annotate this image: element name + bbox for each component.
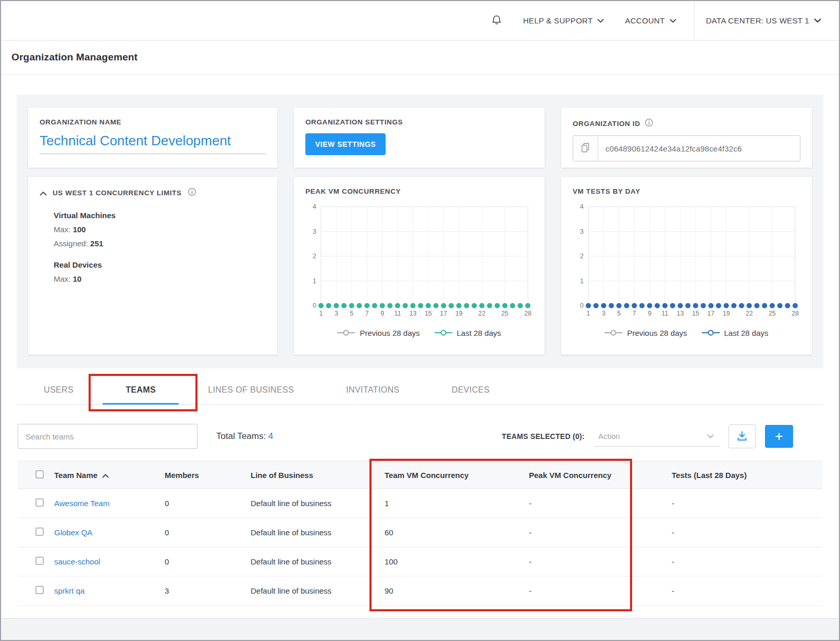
add-team-button[interactable]: + — [765, 425, 793, 448]
svg-text:5: 5 — [350, 310, 353, 317]
line-of-business-cell: Default line of business — [251, 586, 385, 595]
last-series-marker-icon — [702, 329, 720, 337]
tab-users[interactable]: USERS — [18, 375, 100, 404]
legend-item-previous[interactable]: Previous 28 days — [604, 329, 687, 337]
search-teams-input[interactable] — [18, 424, 197, 449]
team-vm-concurrency-cell: 90 — [385, 586, 529, 595]
copy-button[interactable] — [573, 136, 598, 161]
legend-item-last[interactable]: Last 28 days — [435, 329, 501, 337]
tab-users-label: USERS — [44, 385, 73, 395]
download-teams-button[interactable] — [728, 424, 756, 448]
svg-text:15: 15 — [692, 310, 699, 317]
peak-vm-concurrency-cell: - — [529, 557, 672, 566]
peak-vm-concurrency-title: PEAK VM CONCURRENCY — [305, 187, 533, 195]
table-header-row: Team Name Members Line of Business Team … — [18, 461, 822, 489]
svg-text:9: 9 — [648, 310, 651, 317]
total-teams-label: Total Teams: — [216, 431, 266, 441]
organization-id-label: ORGANIZATION ID — [573, 120, 640, 128]
header-team-vm-concurrency[interactable]: Team VM Concurrency — [385, 471, 529, 480]
info-icon[interactable] — [188, 187, 196, 198]
table-row: Globex QA 0 Default line of business 60 … — [18, 518, 822, 547]
team-name-link[interactable]: Globex QA — [54, 528, 92, 537]
line-of-business-cell: Default line of business — [251, 557, 385, 566]
svg-text:13: 13 — [409, 310, 416, 317]
svg-text:4: 4 — [580, 203, 584, 210]
chevron-down-icon — [597, 16, 604, 25]
tests-cell: - — [672, 557, 822, 566]
members-cell: 3 — [165, 586, 251, 595]
notifications-bell-button[interactable] — [491, 14, 502, 28]
svg-text:4: 4 — [313, 203, 316, 210]
team-name-link[interactable]: Awesome Team — [54, 499, 109, 508]
download-icon — [736, 430, 748, 443]
svg-text:2: 2 — [580, 253, 584, 260]
tab-bar: USERS TEAMS LINES OF BUSINESS INVITATION… — [18, 375, 822, 405]
select-all-checkbox[interactable] — [35, 470, 44, 479]
chevron-down-icon — [707, 432, 714, 441]
tab-devices[interactable]: DEVICES — [426, 375, 516, 404]
table-row: Awesome Team 0 Default line of business … — [18, 489, 822, 518]
legend-item-last[interactable]: Last 28 days — [702, 329, 769, 337]
topbar: HELP & SUPPORT ACCOUNT DATA CENTER: US W… — [1, 1, 839, 41]
datacenter-menu[interactable]: DATA CENTER: US WEST 1 — [695, 1, 821, 40]
bell-icon — [491, 14, 502, 28]
line-of-business-cell: Default line of business — [251, 528, 385, 537]
organization-id-value[interactable]: c064890612424e34a12fca98ce4f32c6 — [598, 144, 742, 153]
concurrency-limits-card: US WEST 1 CONCURRENCY LIMITS Virtual Mac… — [28, 177, 277, 355]
info-icon[interactable] — [645, 118, 653, 129]
svg-text:19: 19 — [723, 310, 730, 317]
svg-text:9: 9 — [380, 310, 384, 317]
row-checkbox[interactable] — [35, 498, 44, 507]
svg-text:3: 3 — [313, 228, 316, 235]
account-menu[interactable]: ACCOUNT — [625, 1, 676, 40]
datacenter-label: DATA CENTER: US WEST 1 — [706, 16, 809, 25]
collapse-chevron-up-icon[interactable] — [40, 188, 47, 198]
svg-text:28: 28 — [524, 310, 532, 317]
action-dropdown[interactable]: Action — [594, 426, 719, 447]
view-settings-button[interactable]: VIEW SETTINGS — [305, 133, 386, 155]
header-tests-last-28-days[interactable]: Tests (Last 28 Days) — [672, 471, 822, 480]
tab-teams-label: TEAMS — [126, 385, 156, 395]
account-label: ACCOUNT — [625, 16, 664, 25]
svg-text:0: 0 — [313, 302, 316, 309]
organization-name-value[interactable]: Technical Content Development — [40, 133, 266, 154]
teams-selected-label: TEAMS SELECTED (0): — [502, 432, 585, 441]
svg-text:11: 11 — [662, 310, 669, 317]
legend-label: Last 28 days — [724, 329, 769, 337]
legend-item-previous[interactable]: Previous 28 days — [337, 329, 419, 337]
organization-name-card: ORGANIZATION NAME Technical Content Deve… — [28, 108, 277, 168]
header-line-of-business[interactable]: Line of Business — [251, 471, 385, 480]
svg-text:17: 17 — [440, 310, 447, 317]
svg-text:22: 22 — [746, 310, 753, 317]
svg-text:11: 11 — [394, 310, 401, 317]
chart-legend: Previous 28 days Last 28 days — [305, 329, 533, 337]
row-checkbox[interactable] — [35, 527, 44, 536]
vm-assigned-row: Assigned: 251 — [54, 239, 266, 248]
team-name-link[interactable]: sprkrt qa — [54, 586, 84, 595]
action-dropdown-value: Action — [598, 432, 620, 441]
org-summary-panel: ORGANIZATION NAME Technical Content Deve… — [17, 95, 823, 368]
page-title: Organization Management — [11, 52, 138, 63]
row-checkbox[interactable] — [35, 557, 44, 565]
svg-text:3: 3 — [335, 310, 338, 317]
row-checkbox[interactable] — [35, 586, 44, 594]
svg-text:13: 13 — [676, 310, 684, 317]
tab-teams[interactable]: TEAMS — [100, 375, 182, 404]
vm-tests-by-day-card: VM TESTS BY DAY 135791113151719222528012… — [561, 177, 812, 355]
organization-id-field: c064890612424e34a12fca98ce4f32c6 — [573, 135, 800, 161]
help-support-menu[interactable]: HELP & SUPPORT — [523, 1, 604, 40]
svg-text:3: 3 — [580, 228, 584, 235]
header-peak-vm-concurrency[interactable]: Peak VM Concurrency — [529, 471, 672, 480]
team-name-link[interactable]: sauce-school — [54, 557, 100, 566]
chart-legend: Previous 28 days Last 28 days — [573, 329, 800, 337]
tab-invitations[interactable]: INVITATIONS — [320, 375, 425, 404]
peak-vm-concurrency-card: PEAK VM CONCURRENCY 13579111315171922252… — [294, 177, 545, 355]
tests-cell: - — [672, 499, 822, 508]
total-teams-value: 4 — [268, 431, 273, 441]
header-members[interactable]: Members — [165, 471, 251, 480]
svg-text:1: 1 — [580, 278, 584, 285]
tab-lines-of-business[interactable]: LINES OF BUSINESS — [182, 375, 320, 404]
last-series-marker-icon — [435, 329, 452, 337]
svg-text:5: 5 — [617, 310, 621, 317]
header-team-name[interactable]: Team Name — [54, 471, 165, 480]
